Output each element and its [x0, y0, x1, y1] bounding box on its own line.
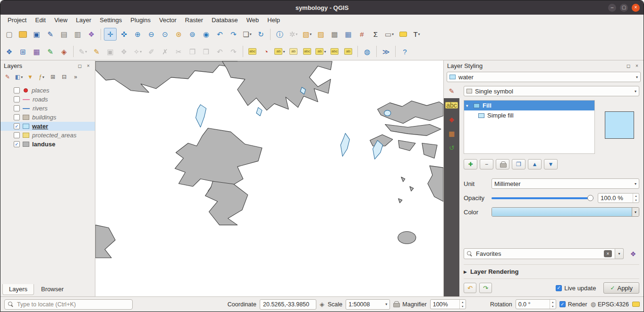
locate-search-input[interactable]: Type to locate (Ctrl+K) — [4, 299, 133, 310]
filter-legend-by-expression-button[interactable]: ƒ▾ — [36, 72, 47, 82]
spin-up-icon[interactable]: ▴ — [633, 194, 639, 198]
layer-row-buildings[interactable]: buildings — [0, 113, 95, 122]
extents-icon[interactable]: ◈ — [320, 301, 324, 308]
layer-row-water[interactable]: ✓water — [0, 122, 95, 131]
style-manager-button[interactable]: ❖ — [85, 28, 98, 41]
measure-button[interactable]: ▭▾ — [383, 28, 396, 41]
maximize-button[interactable]: ▢ — [620, 4, 628, 12]
deselect-features-button[interactable]: ▩ — [328, 28, 341, 41]
zoom-in-button[interactable]: ⊕ — [131, 28, 144, 41]
layer-visibility-checkbox[interactable] — [14, 96, 20, 102]
identify-features-button[interactable]: ⓘ — [273, 28, 286, 41]
layer-row-places[interactable]: places — [0, 86, 95, 95]
minimize-button[interactable]: – — [608, 4, 616, 12]
zoom-native-button[interactable]: ⊙ — [159, 28, 171, 41]
pin-labels-button[interactable]: ab▾ — [273, 45, 286, 58]
messages-icon[interactable] — [632, 302, 640, 307]
zoom-full-button[interactable]: ⊛ — [172, 28, 185, 41]
save-layer-edits-button[interactable]: ▣ — [104, 45, 117, 58]
add-feature-button[interactable]: ❖ — [118, 45, 130, 58]
copy-features-button[interactable]: ❐ — [186, 45, 199, 58]
chevron-down-icon[interactable]: ▾ — [632, 208, 639, 216]
layer-visibility-checkbox[interactable]: ✓ — [14, 141, 20, 147]
labels-tab[interactable]: abc — [444, 98, 459, 112]
change-label-properties-button[interactable]: abc — [328, 45, 341, 58]
layer-visibility-checkbox[interactable]: ✓ — [14, 123, 20, 129]
tab-layers[interactable]: Layers — [2, 284, 34, 295]
scale-combo[interactable]: 1:50008 ▾ — [346, 299, 390, 310]
renderer-selector[interactable]: Single symbol ▾ — [464, 86, 639, 96]
spin-down-icon[interactable]: ▾ — [460, 304, 466, 309]
undo-button[interactable]: ↶ — [213, 45, 226, 58]
new-project-button[interactable]: ▢ — [3, 28, 16, 41]
layer-rendering-section[interactable]: ▶ Layer Rendering — [464, 264, 639, 278]
rotate-label-button[interactable]: ab▾ — [314, 45, 327, 58]
float-panel-icon[interactable]: ◻ — [76, 62, 83, 69]
open-data-source-manager-button[interactable]: ❖ — [3, 45, 16, 58]
open-attribute-table-button[interactable]: ▦ — [342, 28, 355, 41]
style-manager-icon[interactable]: ❖ — [627, 248, 639, 259]
menu-item-web[interactable]: Web — [242, 15, 263, 25]
opacity-spin[interactable]: 100.0 % ▴ ▾ — [598, 193, 639, 203]
spin-up-icon[interactable]: ▴ — [550, 300, 556, 304]
symbol-search-box[interactable]: Favorites × — [464, 248, 615, 259]
menu-item-help[interactable]: Help — [263, 15, 284, 25]
tab-browser[interactable]: Browser — [35, 284, 70, 295]
menu-item-edit[interactable]: Edit — [31, 15, 50, 25]
zoom-to-selection-button[interactable]: ⊚ — [186, 28, 199, 41]
python-console-button[interactable]: ≫ — [380, 45, 392, 58]
menu-item-view[interactable]: View — [50, 15, 72, 25]
statistical-summary-button[interactable]: Σ — [369, 28, 382, 41]
apply-button[interactable]: ✓ Apply — [603, 282, 639, 294]
modify-attributes-button[interactable]: ✐ — [145, 45, 158, 58]
layer-visibility-checkbox[interactable] — [14, 105, 20, 111]
vertex-tool-button[interactable]: ✧▾ — [131, 45, 144, 58]
symbol-filter-dropdown[interactable]: ▾ — [615, 248, 624, 259]
map-tips-button[interactable] — [397, 28, 409, 41]
tree-expand-icon[interactable]: ▾ — [466, 103, 471, 108]
collapse-all-button[interactable]: ⊟ — [59, 72, 69, 82]
lock-symbol-color-button[interactable] — [496, 159, 509, 169]
field-calculator-button[interactable]: # — [356, 28, 368, 41]
spin-down-icon[interactable]: ▾ — [550, 304, 556, 309]
zoom-out-button[interactable]: ⊖ — [145, 28, 158, 41]
zoom-last-button[interactable]: ↶ — [213, 28, 226, 41]
zoom-next-button[interactable]: ↷ — [227, 28, 240, 41]
clear-search-icon[interactable]: × — [604, 250, 612, 257]
duplicate-symbol-layer-button[interactable]: ❐ — [512, 159, 525, 169]
map-canvas[interactable] — [95, 60, 443, 296]
add-raster-layer-button[interactable]: ▦ — [30, 45, 43, 58]
float-panel-icon[interactable]: ◻ — [625, 62, 632, 69]
refresh-map-button[interactable]: ↻ — [254, 28, 267, 41]
expand-all-button[interactable]: ⊞ — [48, 72, 58, 82]
remove-symbol-layer-button[interactable]: − — [480, 159, 493, 169]
menu-item-project[interactable]: Project — [3, 15, 31, 25]
slider-handle[interactable] — [587, 195, 593, 201]
layer-visibility-checkbox[interactable] — [14, 114, 20, 120]
layer-selector[interactable]: water ▾ — [447, 72, 641, 82]
toggle-editing-button[interactable]: ✎ — [90, 45, 103, 58]
unit-combo[interactable]: Millimeter ▾ — [491, 178, 639, 189]
delete-selected-button[interactable]: ✗ — [159, 45, 171, 58]
manage-map-themes-button[interactable]: ◧▾ — [14, 72, 24, 82]
open-layer-styling-panel-button[interactable]: ✎ — [2, 72, 13, 82]
layer-row-roads[interactable]: roads — [0, 95, 95, 104]
new-virtual-layer-button[interactable]: ◈ — [58, 45, 70, 58]
history-tab[interactable]: ↺ — [444, 141, 459, 155]
open-project-button[interactable] — [17, 28, 29, 41]
panel-overflow-button[interactable]: » — [70, 72, 81, 82]
pan-map-button[interactable]: ✛ — [104, 28, 117, 41]
lock-scale-icon[interactable] — [393, 301, 399, 307]
new-shapefile-layer-button[interactable]: ✎ — [44, 45, 57, 58]
add-symbol-layer-button[interactable]: ✚ — [464, 159, 477, 169]
toggle-labels-visibility-button[interactable]: ab — [342, 45, 355, 58]
help-contents-button[interactable]: ? — [398, 45, 411, 58]
diagrams-tab[interactable]: ▦ — [444, 126, 459, 141]
spin-up-icon[interactable]: ▴ — [460, 300, 466, 304]
layer-row-protected_areas[interactable]: protected_areas — [0, 131, 95, 140]
close-button[interactable]: × — [632, 4, 640, 12]
menu-item-vector[interactable]: Vector — [155, 15, 181, 25]
menu-item-raster[interactable]: Raster — [181, 15, 207, 25]
select-features-button[interactable]: ▧▾ — [301, 28, 314, 41]
menu-item-plugins[interactable]: Plugins — [126, 15, 155, 25]
